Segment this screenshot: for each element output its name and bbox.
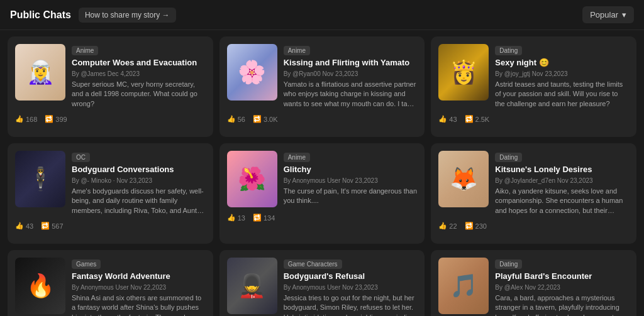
list-item[interactable]: 🔥 Games Fantasy World Adventure By Anony…	[8, 250, 213, 316]
likes-count: 43	[26, 222, 33, 230]
card-tag: Games	[72, 259, 101, 269]
card-tag: Anime	[284, 46, 310, 55]
card-author: By @Ryan00 Nov 23,2023	[284, 70, 418, 77]
card-tag: Dating	[495, 259, 522, 269]
card-thumbnail: 👸	[438, 44, 489, 101]
card-content: OC Bodyguard Conversations By @- Minoko …	[72, 151, 206, 215]
share-icon: 🔁	[253, 214, 262, 222]
list-item[interactable]: 🧝‍♀️ Anime Computer Woes and Evacuation …	[8, 36, 213, 137]
shares-stat: 🔁 2.5K	[465, 115, 490, 123]
card-title: Sexy night 😊	[495, 58, 629, 68]
card-author: By @joy_jgtj Nov 23,2023	[495, 70, 629, 77]
card-top: 💂 Game Characters Bodyguard's Refusal By…	[227, 258, 418, 316]
card-content: Game Characters Bodyguard's Refusal By A…	[284, 258, 418, 316]
share-icon: 🔁	[465, 222, 474, 230]
card-top: 👸 Dating Sexy night 😊 By @joy_jgtj Nov 2…	[438, 44, 629, 109]
shares-count: 3.0K	[264, 116, 278, 123]
card-thumbnail: 🔥	[15, 258, 65, 314]
card-description: Cara, a bard, approaches a mysterious st…	[495, 293, 629, 316]
card-content: Dating Sexy night 😊 By @joy_jgtj Nov 23,…	[495, 44, 629, 109]
card-author: By Anonymous User Nov 23,2023	[284, 177, 418, 184]
list-item[interactable]: 🌸 Anime Kissing and Flirting with Yamato…	[219, 36, 425, 137]
likes-count: 43	[449, 116, 457, 123]
thumb-figure: 🕴️	[15, 151, 65, 207]
card-tag: OC	[72, 153, 90, 162]
thumb-figure: 🧝‍♀️	[15, 44, 65, 101]
share-icon: 🔁	[45, 115, 53, 123]
card-description: Yamato is a flirtatious and assertive pa…	[284, 80, 418, 109]
list-item[interactable]: 💂 Game Characters Bodyguard's Refusal By…	[219, 250, 425, 316]
likes-stat: 👍 13	[227, 214, 245, 222]
thumbs-up-icon: 👍	[15, 222, 24, 230]
card-content: Dating Playful Bard's Encounter By @Alex…	[495, 258, 629, 316]
shares-count: 399	[55, 116, 67, 123]
likes-count: 22	[449, 222, 457, 230]
card-description: The curse of pain, It's more dangerous t…	[284, 187, 418, 206]
card-content: Anime Kissing and Flirting with Yamato B…	[284, 44, 418, 109]
card-description: Super serious MC, very horny secretary, …	[72, 80, 206, 109]
likes-count: 56	[238, 116, 245, 123]
card-stats: 👍 56 🔁 3.0K	[227, 115, 418, 123]
card-stats: 👍 168 🔁 399	[15, 115, 206, 123]
chevron-down-icon: ▾	[622, 10, 626, 19]
card-content: Games Fantasy World Adventure By Anonymo…	[72, 258, 206, 316]
card-tag: Dating	[495, 46, 522, 55]
card-description: Ame's bodyguards discuss her safety, wel…	[72, 187, 206, 215]
card-author: By @James Dec 4,2023	[72, 70, 206, 77]
card-tag: Anime	[72, 46, 98, 55]
likes-stat: 👍 43	[438, 115, 457, 123]
thumb-figure: 🎵	[438, 258, 489, 314]
card-author: By @- Minoko · Nov 23,2023	[72, 177, 206, 184]
shares-stat: 🔁 399	[45, 115, 67, 123]
list-item[interactable]: 🦊 Dating Kitsune's Lonely Desires By @Jo…	[431, 143, 636, 244]
list-item[interactable]: 🌺 Anime Glitchy By Anonymous User Nov 23…	[219, 143, 425, 244]
card-top: 🌸 Anime Kissing and Flirting with Yamato…	[227, 44, 418, 109]
thumbs-up-icon: 👍	[227, 214, 236, 222]
shares-count: 134	[264, 214, 275, 222]
likes-stat: 👍 56	[227, 115, 245, 123]
card-thumbnail: 🧝‍♀️	[15, 44, 65, 101]
card-title: Kissing and Flirting with Yamato	[284, 58, 418, 68]
card-stats: 👍 13 🔁 134	[227, 214, 418, 222]
card-title: Bodyguard Conversations	[72, 165, 206, 175]
list-item[interactable]: 👸 Dating Sexy night 😊 By @joy_jgtj Nov 2…	[431, 36, 636, 137]
share-icon: 🔁	[253, 115, 262, 123]
sort-label: Popular	[590, 10, 618, 19]
card-title: Kitsune's Lonely Desires	[495, 165, 629, 175]
card-title: Fantasy World Adventure	[72, 271, 206, 282]
card-description: Shina Asi and six others are summoned to…	[72, 293, 206, 316]
card-author: By Anonymous User Nov 22,2023	[72, 284, 206, 291]
card-top: 🎵 Dating Playful Bard's Encounter By @Al…	[438, 258, 629, 316]
thumbs-up-icon: 👍	[15, 115, 24, 123]
thumb-figure: 🌺	[227, 151, 277, 207]
thumb-figure: 🌸	[227, 44, 277, 101]
card-thumbnail: 🎵	[438, 258, 489, 314]
card-tag: Game Characters	[284, 259, 342, 269]
card-stats: 👍 43 🔁 567	[15, 222, 206, 230]
share-icon: 🔁	[465, 115, 474, 123]
card-top: 🦊 Dating Kitsune's Lonely Desires By @Jo…	[438, 151, 629, 215]
card-thumbnail: 🕴️	[15, 151, 65, 207]
card-stats: 👍 43 🔁 2.5K	[438, 115, 629, 123]
shares-stat: 🔁 134	[253, 214, 275, 222]
thumb-figure: 👸	[438, 44, 489, 101]
thumbs-up-icon: 👍	[438, 222, 447, 230]
card-thumbnail: 💂	[227, 258, 277, 314]
thumbs-up-icon: 👍	[438, 115, 447, 123]
shares-count: 567	[52, 222, 63, 230]
card-thumbnail: 🌸	[227, 44, 277, 101]
list-item[interactable]: 🕴️ OC Bodyguard Conversations By @- Mino…	[8, 143, 213, 244]
likes-stat: 👍 43	[15, 222, 33, 230]
card-stats: 👍 22 🔁 230	[438, 222, 629, 230]
card-author: By @Alex Nov 22,2023	[495, 284, 629, 291]
card-thumbnail: 🦊	[438, 151, 489, 207]
share-story-button[interactable]: How to share my story →	[79, 8, 176, 23]
card-tag: Dating	[495, 153, 522, 162]
sort-button[interactable]: Popular ▾	[582, 6, 634, 23]
thumb-figure: 🦊	[438, 151, 489, 207]
list-item[interactable]: 🎵 Dating Playful Bard's Encounter By @Al…	[431, 250, 636, 316]
card-content: Anime Computer Woes and Evacuation By @J…	[72, 44, 206, 109]
card-top: 🕴️ OC Bodyguard Conversations By @- Mino…	[15, 151, 206, 215]
likes-count: 168	[26, 116, 37, 123]
share-icon: 🔁	[41, 222, 50, 230]
